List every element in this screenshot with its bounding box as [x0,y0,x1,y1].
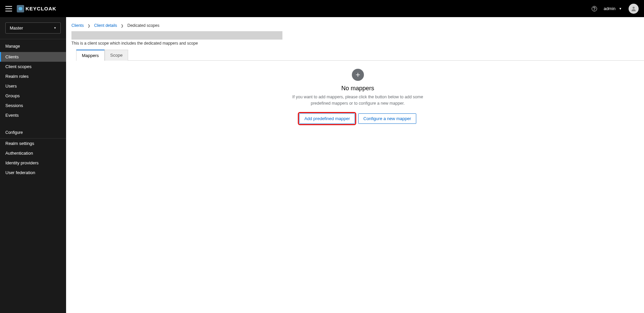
help-icon[interactable]: ? [592,6,597,11]
top-header: KEYCLOAK ? admin ▼ [0,0,644,17]
chevron-right-icon: ❯ [88,24,90,28]
menu-toggle-button[interactable] [5,6,12,11]
empty-actions: Add predefined mapper Configure a new ma… [274,113,442,124]
logo[interactable]: KEYCLOAK [17,5,56,12]
tab-scope[interactable]: Scope [105,50,128,61]
plus-circle-icon [352,69,364,81]
empty-title: No mappers [274,85,442,92]
section-manage: Manage [0,39,66,52]
sidebar-item-sessions[interactable]: Sessions [0,101,66,110]
sidebar-item-realm-roles[interactable]: Realm roles [0,71,66,81]
configure-new-mapper-button[interactable]: Configure a new mapper [358,113,416,124]
title-skeleton [71,31,282,40]
sidebar-item-users[interactable]: Users [0,81,66,91]
avatar[interactable] [629,4,639,14]
page-subtitle: This is a client scope which includes th… [71,41,644,46]
svg-point-1 [633,7,635,9]
add-predefined-mapper-button[interactable]: Add predefined mapper [299,113,355,124]
breadcrumb-current: Dedicated scopes [127,23,159,28]
empty-state: No mappers If you want to add mappers, p… [267,61,448,132]
logo-text: KEYCLOAK [25,6,56,11]
realm-selector[interactable]: Master ▼ [5,22,61,34]
sidebar-item-clients[interactable]: Clients [0,52,66,62]
caret-down-icon: ▼ [619,7,622,10]
username-label: admin [604,6,615,11]
breadcrumb-client-details[interactable]: Client details [94,23,117,28]
sidebar-item-client-scopes[interactable]: Client scopes [0,62,66,71]
keycloak-logo-icon [17,5,24,12]
sidebar: Master ▼ Manage Clients Client scopes Re… [0,17,66,132]
user-menu[interactable]: admin ▼ [604,6,622,11]
main-content: Clients ❯ Client details ❯ Dedicated sco… [66,17,644,132]
sidebar-item-groups[interactable]: Groups [0,91,66,101]
breadcrumb: Clients ❯ Client details ❯ Dedicated sco… [71,22,644,31]
tab-mappers[interactable]: Mappers [76,50,105,61]
header-right: ? admin ▼ [592,4,639,14]
caret-down-icon: ▼ [54,27,56,30]
svg-marker-0 [18,7,22,10]
tabs: Mappers Scope [76,50,644,61]
realm-name: Master [10,25,23,31]
section-configure: Configure [0,125,66,132]
breadcrumb-clients[interactable]: Clients [71,23,84,28]
chevron-right-icon: ❯ [121,24,123,28]
empty-description: If you want to add mappers, please click… [287,94,428,107]
sidebar-item-events[interactable]: Events [0,110,66,120]
header-left: KEYCLOAK [5,5,56,12]
